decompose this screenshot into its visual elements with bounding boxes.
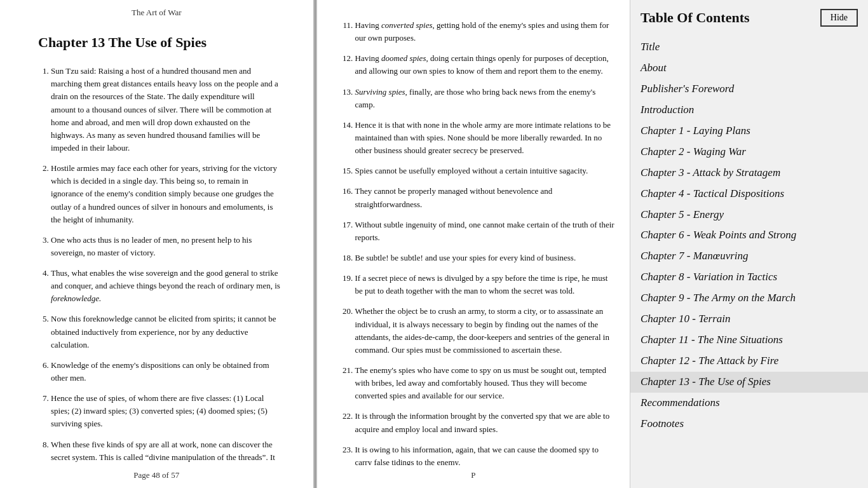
toc-item[interactable]: Chapter 10 - Terrain [630,309,868,330]
list-item: If a secret piece of news is divulged by… [355,272,618,297]
toc-item[interactable]: Chapter 1 - Laying Plans [630,121,868,142]
list-item: Spies cannot be usefully employed withou… [355,165,618,177]
toc-item[interactable]: Recommendations [630,393,868,414]
toc-item[interactable]: Chapter 3 - Attack by Stratagem [630,163,868,184]
page-footer-left: Page 48 of 57 [0,465,313,488]
toc-item[interactable]: Chapter 8 - Variation in Tactics [630,267,868,288]
list-item: Thus, what enables the wise sovereign an… [51,267,281,305]
toc-item[interactable]: Introduction [630,100,868,121]
toc-panel: Table Of Contents Hide TitleAboutPublish… [630,0,868,488]
toc-item[interactable]: Chapter 6 - Weak Points and Strong [630,225,868,246]
toc-item[interactable]: Chapter 9 - The Army on the March [630,288,868,309]
toc-item[interactable]: Chapter 2 - Waging War [630,142,868,163]
toc-header: Table Of Contents Hide [630,0,868,34]
toc-item[interactable]: Title [630,37,868,58]
list-item: Be subtle! be subtle! and use your spies… [355,252,618,264]
list-item: Whether the object be to crush an army, … [355,305,618,356]
list-item: Surviving spies, finally, are those who … [355,86,618,111]
page-content-right: Having converted spies, getting hold of … [317,13,630,465]
list-item: Hostile armies may face each other for y… [51,162,281,226]
toc-item[interactable]: Publisher's Foreword [630,79,868,100]
list-item: Hence it is that with none in the whole … [355,119,618,157]
list-item: One who acts thus is no leader of men, n… [51,234,281,259]
toc-item[interactable]: Chapter 12 - The Attack by Fire [630,351,868,372]
list-item: It is through the information brought by… [355,410,618,435]
left-page: The Art of War Chapter 13 The Use of Spi… [0,0,313,488]
list-item: Having doomed spies, doing certain thing… [355,52,618,78]
list-item: They cannot be properly managed without … [355,185,618,210]
toc-list: TitleAboutPublisher's ForewordIntroducti… [630,34,868,488]
list-item: Hence the use of spies, of whom there ar… [51,392,281,430]
toc-hide-button[interactable]: Hide [820,9,858,27]
list-item: It is owing to his information, again, t… [355,444,618,465]
page-header-right [317,0,630,13]
list-item: When these five kinds of spy are all at … [51,438,281,465]
toc-item[interactable]: Chapter 13 - The Use of Spies [630,372,868,393]
toc-item[interactable]: Chapter 7 - Manœuvring [630,246,868,267]
book-title: The Art of War [132,8,182,17]
toc-item[interactable]: Chapter 11 - The Nine Situations [630,330,868,351]
toc-item[interactable]: Footnotes [630,414,868,435]
page-content-left: Chapter 13 The Use of Spies Sun Tzu said… [0,23,313,465]
page-footer-right: P [317,465,630,488]
list-item: The enemy's spies who have come to spy o… [355,364,618,402]
toc-item[interactable]: Chapter 5 - Energy [630,205,868,226]
right-page-list: Having converted spies, getting hold of … [342,19,618,465]
left-page-list: Sun Tzu said: Raising a host of a hundre… [38,65,281,465]
chapter-title: Chapter 13 The Use of Spies [38,32,281,53]
right-page: Having converted spies, getting hold of … [317,0,630,488]
list-item: Without subtle ingenuity of mind, one ca… [355,219,618,244]
list-item: Having converted spies, getting hold of … [355,19,618,44]
toc-item[interactable]: Chapter 4 - Tactical Dispositions [630,184,868,205]
toc-title: Table Of Contents [641,10,750,26]
page-header-left: The Art of War [0,0,313,23]
toc-item[interactable]: About [630,58,868,79]
list-item: Sun Tzu said: Raising a host of a hundre… [51,65,281,154]
list-item: Now this foreknowledge cannot be elicite… [51,313,281,351]
list-item: Knowledge of the enemy's dispositions ca… [51,359,281,384]
